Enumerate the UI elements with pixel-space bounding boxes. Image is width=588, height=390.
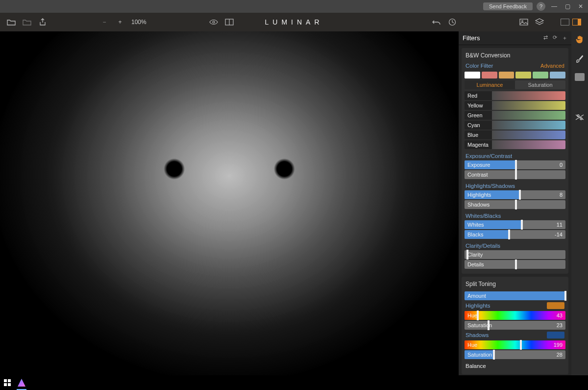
section-highlights-shadows: Highlights/Shadows (466, 183, 564, 189)
slider-amount[interactable]: Amount (465, 291, 565, 300)
slider-blacks[interactable]: Blacks -14 (465, 230, 565, 239)
highlights-color-chip[interactable] (547, 302, 564, 309)
compare-split-icon[interactable] (225, 18, 234, 26)
titlebar: Send Feedback ? — ▢ ✕ (0, 0, 588, 13)
channel-green[interactable]: Green (465, 111, 565, 120)
app-brand: LUMINAR (265, 18, 323, 26)
slider-exposure[interactable]: Exposure 0 (465, 160, 565, 169)
zoom-out-icon[interactable]: − (100, 18, 109, 26)
reset-icon[interactable]: ⟳ (553, 34, 557, 42)
shadows-label: Shadows (467, 202, 490, 208)
channel-label: Yellow (465, 101, 492, 110)
swatch-2[interactable] (499, 72, 514, 78)
app-toolbar: − + 100% LUMINAR (0, 13, 588, 31)
color-filter-swatches (465, 72, 565, 78)
swatch-4[interactable] (533, 72, 548, 78)
filters-title: Filters (463, 34, 480, 42)
hand-tool-icon[interactable] (574, 34, 585, 45)
undo-icon[interactable] (432, 18, 441, 26)
panel-layout-right[interactable] (572, 19, 581, 26)
st-balance-title: Balance (466, 363, 564, 369)
hl-sat-value: 23 (557, 322, 563, 328)
filters-scroll[interactable]: B&W Conversion Color Filter Advanced Lum… (459, 45, 571, 375)
preview-eye-icon[interactable] (209, 18, 218, 26)
slider-highlights-sat[interactable]: Saturation 23 (465, 321, 565, 330)
layers-icon[interactable] (535, 18, 544, 26)
hl-hue-label: Hue (467, 312, 477, 318)
history-icon[interactable] (448, 18, 457, 26)
brush-tool-icon[interactable] (574, 53, 585, 64)
minimize-button[interactable]: — (549, 3, 559, 10)
image-canvas[interactable] (0, 31, 459, 375)
channel-blue[interactable]: Blue (465, 130, 565, 139)
swatch-5[interactable] (550, 72, 565, 78)
main-area: Filters ⇄ ⟳ ＋ B&W Conversion Color Filte… (0, 31, 588, 375)
open-folder-icon[interactable] (7, 18, 16, 26)
split-toning-title: Split Toning (465, 280, 565, 290)
slider-clarity[interactable]: Clarity (465, 250, 565, 259)
slider-shadows-sat[interactable]: Saturation 28 (465, 350, 565, 359)
slider-whites[interactable]: Whites 11 (465, 220, 565, 229)
sh-hue-label: Hue (467, 342, 477, 348)
tab-saturation[interactable]: Saturation (515, 80, 565, 89)
svg-rect-4 (520, 19, 528, 25)
send-feedback-button[interactable]: Send Feedback (483, 2, 533, 10)
taskbar-app-luminar[interactable] (16, 377, 27, 389)
split-toning-block: Split Toning Amount Highlights Hue 43 Sa… (462, 277, 568, 374)
details-label: Details (467, 261, 484, 267)
slider-highlights-hue[interactable]: Hue 43 (465, 311, 565, 320)
highlights-value: 8 (560, 192, 563, 198)
channel-gradient (492, 140, 565, 149)
gradient-tool-icon[interactable] (574, 72, 585, 82)
help-button[interactable]: ? (537, 2, 545, 11)
channel-magenta[interactable]: Magenta (465, 140, 565, 149)
contrast-label: Contrast (467, 172, 488, 178)
maximize-button[interactable]: ▢ (563, 3, 572, 10)
image-icon[interactable] (519, 18, 528, 26)
add-filter-icon[interactable]: ＋ (562, 34, 567, 42)
tool-rail (571, 31, 588, 375)
channel-gradient (492, 130, 565, 139)
svg-rect-11 (8, 383, 11, 386)
exposure-value: 0 (560, 162, 563, 168)
recent-folder-icon[interactable] (23, 18, 31, 26)
shadows-color-chip[interactable] (547, 332, 564, 338)
blacks-label: Blacks (467, 232, 483, 237)
presets-icon[interactable]: ⇄ (543, 34, 548, 42)
export-icon[interactable] (38, 18, 47, 26)
panel-layout-none[interactable] (561, 19, 569, 26)
filters-header: Filters ⇄ ⟳ ＋ (459, 31, 571, 45)
hl-hue-value: 43 (557, 312, 563, 318)
tab-luminance[interactable]: Luminance (465, 80, 515, 89)
channel-gradient (492, 121, 565, 130)
zoom-level[interactable]: 100% (131, 19, 147, 26)
channel-gradient (492, 91, 565, 100)
channel-gradient (492, 111, 565, 120)
channel-cyan[interactable]: Cyan (465, 121, 565, 130)
slider-highlights[interactable]: Highlights 8 (465, 190, 565, 199)
amount-label: Amount (467, 293, 486, 299)
channel-yellow[interactable]: Yellow (465, 101, 565, 110)
st-shadows-title: Shadows (466, 332, 489, 338)
channel-list: RedYellowGreenCyanBlueMagenta (465, 91, 565, 149)
zoom-in-icon[interactable]: + (116, 18, 124, 26)
start-button[interactable] (4, 379, 11, 386)
swatch-3[interactable] (515, 72, 531, 78)
svg-rect-10 (4, 383, 7, 386)
slider-contrast[interactable]: Contrast (465, 170, 565, 179)
channel-gradient (492, 101, 565, 110)
channel-label: Magenta (465, 140, 492, 149)
svg-point-0 (213, 21, 215, 23)
highlights-label: Highlights (467, 192, 491, 198)
advanced-toggle[interactable]: Advanced (540, 63, 564, 69)
bw-conversion-block: B&W Conversion Color Filter Advanced Lum… (462, 48, 568, 274)
swatch-0[interactable] (465, 72, 480, 78)
exposure-label: Exposure (467, 162, 490, 168)
slider-shadows-hue[interactable]: Hue 199 (465, 340, 565, 349)
channel-red[interactable]: Red (465, 91, 565, 100)
crop-tool-icon[interactable] (574, 112, 585, 123)
slider-shadows[interactable]: Shadows (465, 200, 565, 209)
slider-details[interactable]: Details (465, 260, 565, 269)
close-button[interactable]: ✕ (576, 3, 585, 10)
swatch-1[interactable] (482, 72, 497, 78)
